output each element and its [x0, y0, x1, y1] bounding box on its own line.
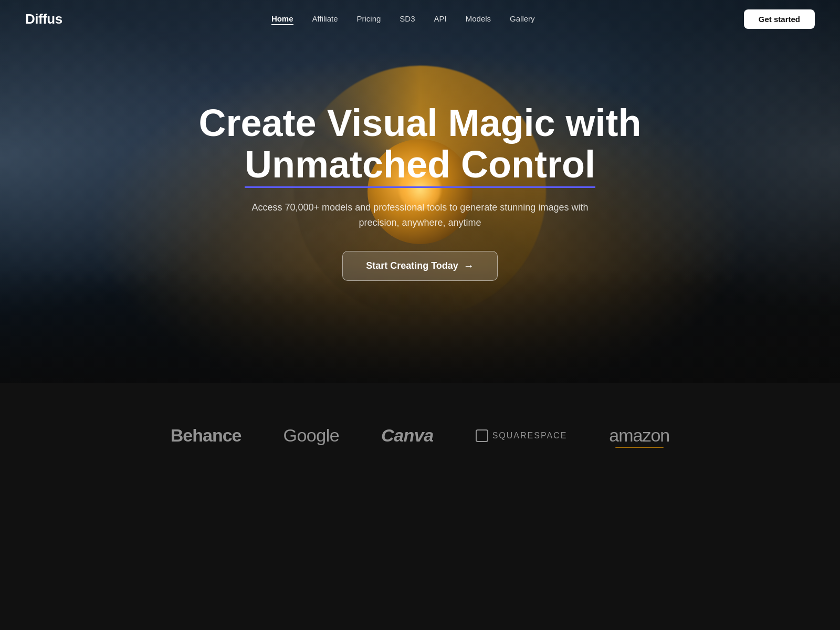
- logo-amazon: amazon: [609, 425, 669, 446]
- google-label: Google: [283, 425, 339, 446]
- hero-title-line2: Unmatched Control: [245, 143, 595, 188]
- arrow-icon: →: [464, 260, 474, 272]
- logo-canva: Canva: [381, 425, 434, 446]
- brand-logo[interactable]: Diffus: [25, 11, 62, 27]
- hero-title: Create Visual Magic with Unmatched Contr…: [199, 102, 642, 185]
- bottom-section: [0, 488, 840, 630]
- hero-content: Create Visual Magic with Unmatched Contr…: [199, 102, 642, 281]
- hero-title-line1: Create Visual Magic with: [199, 102, 642, 144]
- hero-cta-label: Start Creating Today: [366, 260, 458, 271]
- squarespace-label: Squarespace: [492, 431, 568, 440]
- logo-google: Google: [283, 425, 339, 446]
- navbar: Diffus Home Affiliate Pricing SD3 API Mo…: [0, 0, 840, 38]
- nav-link-models[interactable]: Models: [466, 14, 491, 23]
- nav-links: Home Affiliate Pricing SD3 API Models Ga…: [271, 14, 535, 24]
- amazon-label: amazon: [609, 425, 669, 446]
- logo-behance: Behance: [171, 425, 242, 446]
- nav-link-affiliate[interactable]: Affiliate: [312, 14, 338, 23]
- nav-link-api[interactable]: API: [434, 14, 447, 23]
- squarespace-icon: [476, 429, 488, 442]
- nav-link-sd3[interactable]: SD3: [400, 14, 415, 23]
- hero-section: Create Visual Magic with Unmatched Contr…: [0, 0, 840, 383]
- get-started-button[interactable]: Get started: [744, 9, 815, 29]
- canva-label: Canva: [381, 425, 434, 446]
- hero-cta-button[interactable]: Start Creating Today →: [342, 251, 498, 281]
- behance-label: Behance: [171, 425, 242, 446]
- hero-subtitle: Access 70,000+ models and professional t…: [236, 200, 604, 230]
- logo-squarespace: Squarespace: [476, 429, 568, 442]
- logos-section: Behance Google Canva Squarespace amazon: [0, 383, 840, 488]
- nav-link-gallery[interactable]: Gallery: [510, 14, 535, 23]
- nav-link-pricing[interactable]: Pricing: [356, 14, 381, 23]
- nav-link-home[interactable]: Home: [271, 14, 293, 25]
